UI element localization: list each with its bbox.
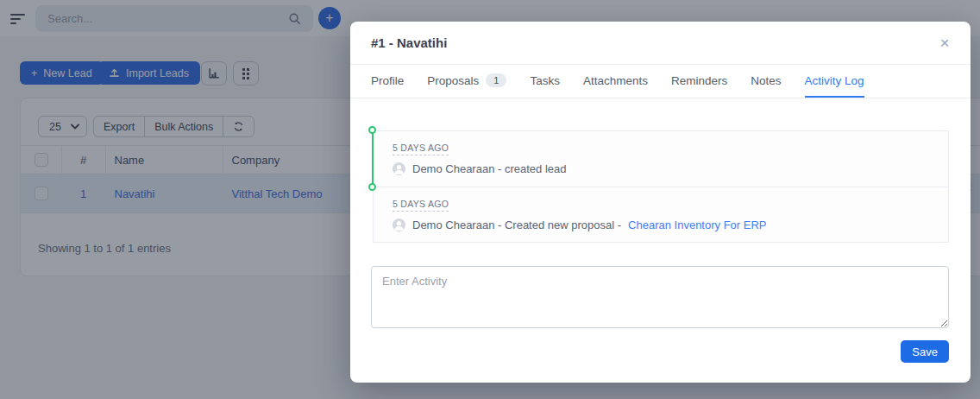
activity-log-panel: 5 DAYS AGO Demo Chearaan - created lead … (350, 130, 971, 399)
activity-text: Demo Chearaan - Created new proposal - (412, 218, 621, 231)
tab-attachments[interactable]: Attachments (583, 65, 648, 98)
modal-title: #1 - Navatihi (371, 22, 447, 65)
activity-text: Demo Chearaan - created lead (412, 162, 567, 175)
activity-timestamp: 5 DAYS AGO (393, 142, 449, 155)
close-icon: × (939, 34, 949, 52)
activity-item: 5 DAYS AGO Demo Chearaan - Created new p… (373, 187, 949, 243)
tab-tasks[interactable]: Tasks (530, 65, 560, 98)
avatar (393, 162, 405, 175)
timeline-dot (368, 183, 376, 191)
modal-tabs: Profile Proposals1 Tasks Attachments Rem… (350, 65, 971, 98)
timeline-dot (368, 126, 376, 134)
modal-header: #1 - Navatihi × (350, 22, 971, 65)
activity-item: 5 DAYS AGO Demo Chearaan - created lead (373, 130, 949, 187)
activity-input[interactable] (371, 266, 949, 328)
close-button[interactable]: × (934, 33, 955, 54)
save-button[interactable]: Save (901, 340, 949, 363)
tab-activity-log[interactable]: Activity Log (805, 65, 864, 98)
activity-timeline: 5 DAYS AGO Demo Chearaan - created lead … (373, 130, 949, 243)
proposals-count-badge: 1 (486, 73, 506, 87)
tab-proposals[interactable]: Proposals1 (427, 65, 506, 98)
person-icon (393, 218, 405, 231)
lead-modal: #1 - Navatihi × Profile Proposals1 Tasks… (350, 22, 971, 383)
activity-timestamp: 5 DAYS AGO (393, 199, 449, 212)
proposal-link[interactable]: Chearan Inventory For ERP (628, 218, 766, 231)
tab-notes[interactable]: Notes (751, 65, 781, 98)
tab-reminders[interactable]: Reminders (671, 65, 727, 98)
avatar (393, 218, 405, 231)
tab-profile[interactable]: Profile (371, 65, 404, 98)
timeline-line (372, 130, 374, 187)
person-icon (393, 162, 405, 175)
